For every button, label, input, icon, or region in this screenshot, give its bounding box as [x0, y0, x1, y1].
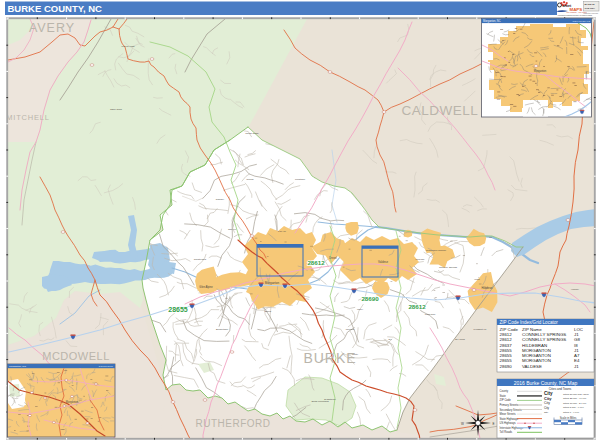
svg-text:J1: J1 — [574, 364, 579, 369]
svg-text:J1: J1 — [574, 348, 579, 353]
svg-text:Cities 10,000 - 24,999: Cities 10,000 - 24,999 — [563, 402, 587, 405]
svg-text:VALDESE: VALDESE — [522, 364, 542, 369]
svg-text:Ramsey: Ramsey — [216, 198, 225, 200]
svg-text:W: W — [461, 422, 464, 426]
svg-text:Longtown: Longtown — [295, 178, 306, 180]
svg-text:28655: 28655 — [500, 358, 513, 363]
svg-text:Valdese: Valdese — [378, 260, 388, 264]
svg-text:CALDWELL: CALDWELL — [402, 103, 479, 118]
svg-text:G8: G8 — [574, 337, 580, 342]
svg-text:Rollins: Rollins — [247, 178, 255, 180]
svg-text:City: City — [544, 401, 550, 405]
svg-text:Scale in Miles: Scale in Miles — [560, 416, 577, 420]
svg-text:MarketMAPS.com: MarketMAPS.com — [584, 12, 599, 14]
svg-text:NOT TO SCALE: NOT TO SCALE — [573, 20, 591, 23]
svg-text:Connelly Springs: Connelly Springs — [439, 266, 458, 269]
svg-text:Drexel: Drexel — [329, 256, 337, 260]
svg-text:BURKE COUNTY, NC: BURKE COUNTY, NC — [8, 3, 103, 14]
svg-text:Toll Roads: Toll Roads — [500, 430, 513, 434]
svg-text:Morganton: Morganton — [265, 281, 280, 285]
svg-text:Primary Streets: Primary Streets — [500, 403, 519, 407]
svg-text:Linville Falls: Linville Falls — [121, 45, 135, 48]
svg-text:MCDOWELL: MCDOWELL — [42, 350, 110, 362]
svg-text:South Mountains: South Mountains — [311, 400, 329, 402]
svg-text:MORGANTON: MORGANTON — [522, 348, 551, 353]
svg-text:Morganton: Morganton — [534, 69, 547, 73]
svg-text:Morganton, NC: Morganton, NC — [9, 365, 26, 368]
svg-text:MORGANTON: MORGANTON — [522, 358, 551, 363]
svg-text:Cities 0 - 4,999: Cities 0 - 4,999 — [563, 411, 580, 414]
svg-text:28612: 28612 — [307, 259, 325, 266]
svg-text:Icard: Icard — [474, 278, 480, 281]
svg-text:Fairview: Fairview — [346, 328, 355, 330]
svg-text:Jonas Ridge: Jonas Ridge — [245, 132, 259, 135]
svg-text:City: City — [544, 396, 552, 401]
svg-text:28655: 28655 — [168, 306, 188, 313]
svg-text:Table Rock: Table Rock — [110, 108, 123, 111]
svg-text:ZIP Code: ZIP Code — [500, 327, 519, 332]
svg-text:MITCHELL: MITCHELL — [6, 113, 50, 122]
svg-text:Pax Hill: Pax Hill — [278, 230, 286, 232]
svg-text:Lovelady: Lovelady — [415, 258, 425, 260]
svg-text:ZIP Code: ZIP Code — [500, 398, 512, 402]
svg-text:Chesterfield: Chesterfield — [194, 258, 207, 260]
svg-text:State Highways: State Highways — [500, 417, 519, 421]
svg-text:28690: 28690 — [361, 295, 379, 302]
svg-text:Cities 50,000 and Above: Cities 50,000 and Above — [563, 393, 590, 396]
svg-text:Glen Alpine: Glen Alpine — [199, 285, 213, 289]
svg-text:City: City — [544, 411, 549, 414]
svg-text:E4: E4 — [574, 358, 580, 363]
svg-text:Hildebran: Hildebran — [481, 286, 493, 290]
svg-text:Pleasant Hill: Pleasant Hill — [474, 328, 487, 330]
svg-text:County: County — [500, 389, 509, 393]
svg-text:ZIP Code Index/Grid Locator: ZIP Code Index/Grid Locator — [500, 320, 559, 325]
svg-text:Morganton, NC: Morganton, NC — [483, 19, 501, 23]
svg-text:28612: 28612 — [408, 303, 426, 310]
svg-text:America's Leading Provider of: America's Leading Provider of Market Map… — [557, 14, 592, 16]
svg-text:Minor Streets: Minor Streets — [500, 412, 517, 416]
svg-text:ZIP Name: ZIP Name — [522, 327, 542, 332]
svg-text:DOWNTOWN: DOWNTOWN — [99, 365, 114, 367]
svg-text:CONNELLY SPRINGS: CONNELLY SPRINGS — [522, 337, 566, 342]
svg-text:28690: 28690 — [500, 364, 513, 369]
svg-text:RUTHERFORD: RUTHERFORD — [196, 418, 271, 429]
svg-text:Cities 5,000 - 9,999: Cities 5,000 - 9,999 — [563, 406, 584, 409]
svg-text:Worry: Worry — [357, 308, 364, 310]
svg-text:Oak Hill: Oak Hill — [228, 228, 237, 230]
svg-text:BURKE: BURKE — [303, 350, 356, 366]
svg-text:AVERY: AVERY — [29, 21, 75, 35]
svg-text:28655: 28655 — [500, 348, 513, 353]
svg-text:Brindletown: Brindletown — [216, 328, 229, 330]
svg-text:State: State — [500, 394, 507, 398]
svg-text:Dry Pond: Dry Pond — [455, 338, 465, 340]
svg-text:Cities 25,000 - 49,999: Cities 25,000 - 49,999 — [563, 397, 587, 400]
svg-text:US Highways: US Highways — [500, 421, 517, 425]
svg-text:City: City — [544, 406, 550, 410]
svg-text:Salem: Salem — [265, 310, 272, 312]
svg-text:Ward Gap: Ward Gap — [425, 313, 436, 315]
svg-text:2016 Burke County, NC Map: 2016 Burke County, NC Map — [514, 380, 578, 386]
svg-text:LOC: LOC — [574, 327, 583, 332]
svg-text:THE USA: THE USA — [585, 7, 596, 10]
svg-text:28612: 28612 — [500, 337, 513, 342]
svg-text:Morganton: Morganton — [66, 400, 79, 404]
svg-text:MADE IN: MADE IN — [585, 3, 595, 6]
svg-text:Hickory: Hickory — [571, 288, 580, 291]
svg-text:Rutherford College: Rutherford College — [426, 249, 447, 252]
svg-text:E: E — [492, 422, 494, 426]
